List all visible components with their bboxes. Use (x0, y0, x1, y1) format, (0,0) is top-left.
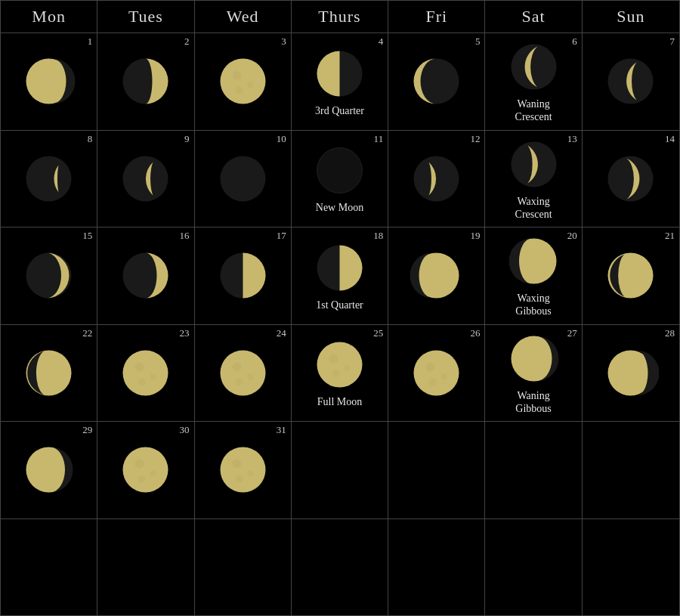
moon-phase-icon (117, 345, 174, 401)
moon-phase-icon (602, 53, 659, 110)
moon-phase-icon (20, 53, 77, 110)
day-number: 26 (470, 327, 480, 339)
day-header-fri: Fri (388, 1, 485, 33)
empty-cell-5-3 (292, 519, 388, 616)
svg-point-59 (317, 342, 362, 388)
day-cell-23: 23 (97, 325, 194, 422)
day-number: 23 (180, 327, 190, 339)
moon-phase-icon (117, 247, 174, 304)
moon-phase-icon (505, 233, 562, 289)
phase-label: WaningGibbous (515, 390, 551, 416)
day-number: 7 (670, 36, 675, 48)
day-cell-2: 2 (97, 33, 194, 130)
day-cell-1: 1 (1, 33, 97, 130)
day-number: 20 (567, 230, 577, 242)
day-number: 27 (567, 327, 577, 339)
empty-cell-5-5 (485, 519, 582, 616)
day-cell-26: 26 (388, 325, 485, 422)
svg-point-80 (220, 447, 265, 493)
moon-phase-icon (20, 150, 77, 207)
svg-point-56 (247, 373, 253, 379)
empty-cell-4-3 (292, 422, 388, 518)
day-header-tues: Tues (97, 1, 194, 33)
svg-point-18 (26, 156, 72, 201)
day-cell-25: 25 Full Moon (292, 325, 388, 422)
phase-label: 1st Quarter (316, 299, 363, 312)
week-row-6 (1, 519, 679, 616)
svg-point-25 (317, 148, 362, 193)
day-cell-6: 6 WaningCrescent (485, 33, 582, 130)
empty-cell-4-4 (388, 422, 485, 518)
svg-point-65 (426, 362, 435, 371)
svg-point-82 (247, 471, 253, 477)
day-header-wed: Wed (195, 1, 292, 33)
day-number: 1 (88, 36, 93, 48)
day-cell-12: 12 (388, 131, 485, 228)
empty-cell-5-0 (1, 519, 97, 616)
day-number: 14 (665, 133, 675, 145)
day-number: 25 (373, 327, 383, 339)
svg-point-57 (235, 378, 243, 385)
svg-point-67 (429, 378, 437, 385)
week-row-4: 22 23 24 25 Full Moon26 (1, 325, 679, 423)
empty-cell-4-6 (583, 422, 679, 518)
svg-point-64 (414, 350, 459, 395)
moon-phase-icon (215, 150, 271, 207)
moon-phase-icon (20, 441, 77, 498)
day-number: 17 (277, 230, 286, 242)
empty-cell-5-4 (388, 519, 485, 616)
day-number: 9 (184, 133, 190, 145)
moon-phase-icon (602, 150, 659, 207)
moon-phase-icon (602, 247, 659, 304)
day-cell-14: 14 (583, 131, 679, 228)
moon-phase-icon (408, 247, 465, 304)
moon-phase-icon (20, 345, 77, 401)
day-number: 4 (379, 36, 384, 48)
moon-phase-icon (117, 150, 174, 207)
day-number: 10 (277, 133, 286, 145)
empty-cell-5-6 (583, 519, 679, 616)
empty-cell-5-2 (195, 519, 292, 616)
svg-point-55 (232, 362, 241, 371)
day-number: 30 (180, 424, 190, 436)
day-header-sun: Sun (583, 1, 679, 33)
moon-phase-icon (20, 247, 77, 304)
day-cell-28: 28 (583, 325, 679, 422)
moon-phase-icon (215, 247, 271, 304)
day-cell-24: 24 (195, 325, 292, 422)
svg-point-8 (235, 87, 243, 94)
moon-phase-icon (505, 136, 562, 193)
svg-point-20 (123, 156, 168, 201)
calendar-header: MonTuesWedThursFriSatSun (1, 1, 679, 33)
calendar-grid: 1 2 3 4 3rd Quarter5 6 WaningCrescent7 (1, 33, 679, 615)
day-cell-4: 4 3rd Quarter (292, 33, 388, 130)
day-number: 3 (281, 36, 286, 48)
day-cell-21: 21 (583, 228, 679, 324)
day-number: 13 (567, 133, 577, 145)
day-header-mon: Mon (1, 1, 97, 33)
day-header-sat: Sat (485, 1, 582, 33)
moon-phase-icon (215, 345, 271, 401)
svg-point-49 (123, 350, 168, 395)
svg-point-54 (220, 350, 265, 395)
phase-label: WaxingGibbous (515, 293, 551, 318)
svg-point-50 (135, 362, 144, 371)
moon-phase-icon (505, 39, 562, 95)
day-number: 8 (88, 133, 93, 145)
svg-point-6 (232, 71, 241, 80)
day-cell-19: 19 (388, 228, 485, 324)
day-number: 19 (470, 230, 480, 242)
day-cell-7: 7 (583, 33, 679, 130)
week-row-1: 1 2 3 4 3rd Quarter5 6 WaningCrescent7 (1, 33, 679, 131)
phase-label: New Moon (316, 202, 363, 215)
empty-cell-4-5 (485, 422, 582, 518)
phase-label: Full Moon (317, 396, 363, 409)
svg-point-27 (414, 156, 459, 201)
day-number: 6 (572, 36, 577, 48)
day-number: 28 (665, 327, 675, 339)
day-cell-29: 29 (1, 422, 97, 518)
day-number: 21 (665, 230, 675, 242)
day-cell-5: 5 (388, 33, 485, 130)
svg-point-52 (138, 378, 146, 385)
svg-point-5 (220, 59, 265, 104)
